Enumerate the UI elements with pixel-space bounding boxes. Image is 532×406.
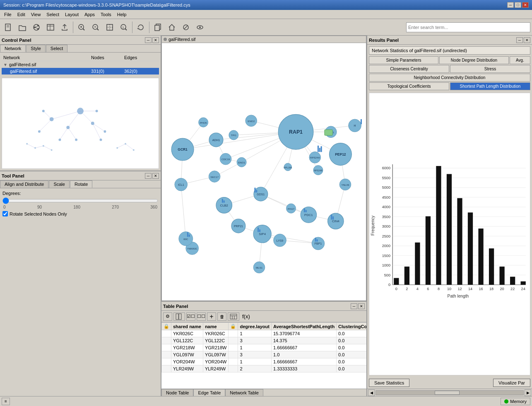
menu-layout[interactable]: Layout [63,11,81,18]
table-delete-btn[interactable]: 🗑 [217,312,226,321]
actual-size-button[interactable]: 1 [117,21,130,34]
control-panel-header: Control Panel ─ ✕ [0,36,161,45]
panel-close-btn[interactable]: ✕ [152,37,159,43]
tool-panel-close-btn[interactable]: ✕ [152,173,159,179]
copy-button[interactable] [151,21,164,34]
zoom-in-button[interactable] [75,21,88,34]
table-row[interactable]: YLR249W YLR249W 2 1.33333333 0.0 [162,365,367,372]
table-row[interactable]: YGL122C YGL122C 3 14.375 0.0 [162,337,367,344]
row-degree: 3 [238,337,272,344]
stats-tab-neighborhood[interactable]: Neighborhood Connectivity Distribution [369,74,530,82]
minimize-button[interactable]: ─ [507,2,514,8]
col-avg-path[interactable]: AverageShortestPathLength [271,323,336,330]
col-degree[interactable]: degree.layout [238,323,272,330]
svg-point-52 [100,139,102,141]
table-tab-edge[interactable]: Edge Table [193,389,225,396]
table-panel-close-btn[interactable]: ✕ [358,303,365,309]
svg-line-55 [43,146,52,150]
tab-rotate[interactable]: Rotate [70,180,92,188]
svg-rect-165 [224,200,225,202]
tab-scale[interactable]: Scale [49,180,70,188]
network-child-row[interactable]: galFiltered.sif 331(0) 362(0) [2,68,159,74]
tab-select[interactable]: Select [46,45,68,52]
table-export-btn[interactable] [228,312,239,321]
rotate-selected-checkbox[interactable] [2,211,8,216]
results-close-btn[interactable]: ✕ [524,37,530,43]
table-tab-node[interactable]: Node Table [161,389,193,396]
fit-content-button[interactable] [103,21,116,34]
degrees-slider[interactable] [2,197,158,204]
table-row[interactable]: YGR218W YGR218W 1 1.66666667 0.0 [162,344,367,351]
table-body: YKR026C YKR026C 1 15.37096774 0.0 YGL122… [162,330,367,372]
tool-panel-minimize-btn[interactable]: ─ [145,173,152,179]
menu-select[interactable]: Select [44,11,62,18]
network-stats-text: Network Statistics of galFiltered.sif (u… [369,46,530,55]
maximize-button[interactable]: □ [515,2,521,8]
menu-tools[interactable]: Tools [98,11,114,18]
stats-tab-stress[interactable]: Stress [450,65,530,73]
table-columns-btn[interactable] [173,312,185,321]
new-session-button[interactable] [2,21,15,34]
table-tab-network[interactable]: Network Table [225,389,263,396]
row-lock [162,330,171,337]
table-row[interactable]: YGL097W YGL097W 3 1.0 0.0 [162,351,367,358]
scroll-track[interactable] [376,390,524,395]
table-row[interactable]: YKR026C YKR026C 1 15.37096774 0.0 [162,330,367,337]
network-graph-svg: RAP1 PEP12 GCR1 CLB2 SIP4 PDC1 [162,43,366,300]
stats-tab-shortest-path[interactable]: Shortest Path Length Distribution [450,82,530,90]
col-lock-icon: 🔒 [162,323,171,330]
save-statistics-button[interactable]: Save Statistics [369,379,409,387]
import-network-button[interactable] [30,21,43,34]
zoom-out-button[interactable] [89,21,102,34]
stats-tab-simple[interactable]: Simple Parameters [369,56,438,64]
row-lock [162,365,171,372]
open-button[interactable] [16,21,29,34]
table-row[interactable]: YOR204W YOR204W 1 1.66666667 0.0 [162,358,367,365]
svg-text:4500: 4500 [382,195,390,199]
export-network-button[interactable] [58,21,71,34]
stats-tab-closeness[interactable]: Closeness Centrality [369,65,449,73]
memory-indicator[interactable]: Memory [501,398,530,405]
col-shared-name[interactable]: shared name [171,323,203,330]
refresh-button[interactable] [134,21,147,34]
status-menu-btn[interactable]: ≡ [2,398,10,405]
table-check-btn[interactable]: ☑☐ [186,312,195,321]
show-button[interactable] [193,21,207,34]
import-table-button[interactable] [44,21,57,34]
graph-canvas[interactable]: RAP1 PEP12 GCR1 CLB2 SIP4 PDC1 [162,43,366,300]
svg-point-50 [75,139,77,141]
hide-button[interactable] [179,21,193,34]
data-table[interactable]: 🔒 shared name name 🔒 degree.layout Avera… [161,322,366,389]
panel-minimize-btn[interactable]: ─ [145,37,152,43]
stats-tab-topological[interactable]: Topological Coefficients [369,82,449,90]
stats-tab-degree[interactable]: Node Degree Distribution [439,56,509,64]
network-parent-row[interactable]: ▼ galFiltered.sif [2,61,159,68]
table-box-btn[interactable]: ☐☐ [197,312,206,321]
home-button[interactable] [165,21,178,34]
svg-rect-0 [5,24,10,31]
table-add-btn[interactable]: + [207,312,216,321]
menu-help[interactable]: Help [115,11,129,18]
scroll-thumb[interactable] [435,391,460,395]
tab-align[interactable]: Align and Distribute [0,180,48,188]
menu-apps[interactable]: Apps [82,11,97,18]
menu-edit[interactable]: Edit [15,11,28,18]
results-minimize-btn[interactable]: ─ [516,37,523,43]
scroll-right-btn[interactable]: ▶ [525,389,531,396]
menu-view[interactable]: View [29,11,43,18]
row-avg-path: 1.0 [271,351,336,358]
slider-ticks: 0 90 180 270 360 [2,205,158,209]
stats-tab-avg[interactable]: Avg. [510,56,530,64]
col-clustering[interactable]: ClusteringCoefficient [337,323,366,330]
svg-rect-220 [489,248,494,285]
col-name[interactable]: name [203,323,229,330]
scroll-left-btn[interactable]: ◀ [368,389,375,396]
visualize-button[interactable]: Visualize Par [493,379,530,387]
tab-network[interactable]: Network [0,45,26,52]
close-button[interactable]: ✕ [522,2,529,8]
table-settings-btn[interactable]: ⚙ [163,312,172,321]
search-input[interactable] [406,22,530,32]
menu-file[interactable]: File [2,11,14,18]
tab-style[interactable]: Style [26,45,45,52]
table-panel-minimize-btn[interactable]: ─ [351,303,357,309]
